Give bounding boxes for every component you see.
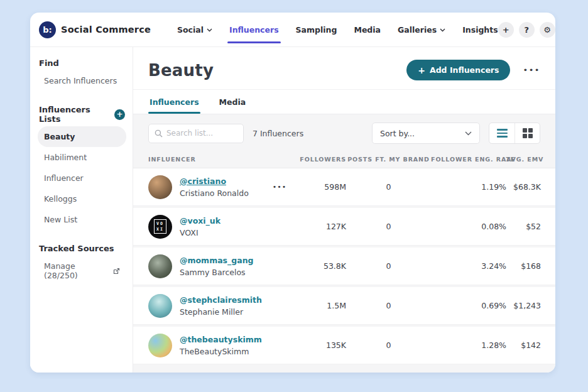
nav-item-social[interactable]: Social [177,13,212,46]
view-toggle [489,122,540,144]
influencer-avatar[interactable] [148,334,172,357]
nav-label: Sampling [296,25,337,35]
tab-influencers[interactable]: Influencers [148,90,200,114]
grid-view-button[interactable] [514,123,540,143]
list-tabs: Influencers Media [133,90,555,114]
table-row[interactable]: @cristiano Cristiano Ronaldo ••• 598M 0 … [133,168,555,206]
voxi-logo: VOXI [154,219,166,234]
sidebar-item-label: New List [44,215,77,224]
posts-value: 0 [346,340,431,350]
influencer-handle-link[interactable]: @mommas_gang [180,256,254,265]
nav-label: Influencers [229,25,279,35]
followers-value: 1.5M [290,301,346,310]
sidebar-item-search-influencers[interactable]: Search Influencers [38,70,126,91]
plus-icon: + [418,66,425,75]
eng-rate-value: 1.19% [431,182,506,192]
sidebar-item-kelloggs[interactable]: Kelloggs [38,188,126,209]
nav-item-influencers[interactable]: Influencers [229,13,279,46]
list-view-button[interactable] [489,123,514,143]
posts-value: 0 [346,301,431,310]
influencer-name: Sammy Barcelos [180,268,254,277]
grid-view-icon [523,128,533,138]
more-options-icon[interactable]: ••• [523,65,540,75]
chevron-down-icon [207,28,212,32]
emv-value: $168 [506,261,541,271]
influencer-text: @voxi_uk VOXI [180,216,220,237]
nav-item-sampling[interactable]: Sampling [296,13,337,46]
influencer-handle-link[interactable]: @thebeautyskimm [180,335,262,344]
emv-value: $52 [506,222,541,231]
sidebar-item-label: Search Influencers [44,76,117,85]
influencer-name: TheBeautySkimm [180,347,262,356]
page-title: Beauty [148,61,214,80]
chevron-down-icon [440,28,445,32]
influencer-count: 7 Influencers [253,129,303,138]
sidebar-section-find: Find Search Influencers [38,58,126,91]
eng-rate-value: 3.24% [431,261,506,271]
add-list-icon[interactable]: + [114,109,125,120]
posts-value: 0 [346,182,431,192]
row-menu-icon[interactable]: ••• [273,183,286,191]
column-header-posts[interactable]: POSTS FT. MY BRAND [346,156,431,163]
sidebar-item-label: Beauty [44,132,75,141]
search-list-input[interactable] [166,129,237,138]
nav-label: Galleries [398,25,437,35]
search-list-box[interactable] [148,124,244,143]
table-row[interactable]: @stephclairesmith Stephanie Miller 1.5M … [133,287,555,325]
eng-rate-value: 1.28% [431,340,506,350]
emv-value: $68.3K [506,182,541,192]
header-actions: + Add Influencers ••• [406,60,540,80]
influencer-table: @cristiano Cristiano Ronaldo ••• 598M 0 … [133,168,555,373]
table-row[interactable]: @mommas_gang Sammy Barcelos 53.8K 0 3.24… [133,248,555,285]
influencer-text: @cristiano Cristiano Ronaldo [180,177,249,198]
gear-icon[interactable]: ⚙ [540,22,555,38]
add-icon[interactable]: + [498,22,514,38]
sidebar-item-label: Kelloggs [44,194,77,204]
list-view-icon [497,129,508,138]
list-header: Beauty + Add Influencers ••• [133,47,555,90]
influencer-avatar[interactable]: VOXI [148,215,172,239]
brand-logo-icon: b: [39,21,56,38]
sidebar-item-manage-sources[interactable]: Manage (28/250) [38,256,126,286]
external-link-icon [113,268,120,275]
nav-item-media[interactable]: Media [354,13,381,46]
sidebar-item-habiliment[interactable]: Habiliment [38,147,126,168]
sidebar-item-new-list[interactable]: New List [38,209,126,230]
column-header-followers[interactable]: FOLLOWERS [290,156,346,163]
add-influencers-button[interactable]: + Add Influencers [406,60,510,80]
sidebar-item-influencer[interactable]: Influencer [38,168,126,188]
add-influencers-label: Add Influencers [430,65,499,75]
chevron-down-icon [465,131,472,136]
table-row[interactable]: @thebeautyskimm TheBeautySkimm 135K 0 1.… [133,327,555,364]
influencer-avatar[interactable] [148,294,172,318]
influencer-handle-link[interactable]: @cristiano [180,177,249,186]
influencer-handle-link[interactable]: @stephclairesmith [180,295,262,305]
sort-by-select[interactable]: Sort by... [372,122,480,144]
influencer-cell: @stephclairesmith Stephanie Miller [148,294,290,318]
nav-item-galleries[interactable]: Galleries [398,13,445,46]
influencer-text: @mommas_gang Sammy Barcelos [180,256,254,277]
influencer-avatar[interactable] [148,175,172,199]
top-icon-buttons: + ? ⚙ AF Curalate Walkthrou Demo-Habilim… [498,20,555,40]
table-row[interactable]: VOXI @voxi_uk VOXI 127K 0 0.08% $52 [133,208,555,246]
sidebar-section-title: Influencers Lists + [38,105,126,126]
tab-media[interactable]: Media [218,90,248,114]
column-header-avg-emv[interactable]: AVG. EMV [506,156,541,163]
sidebar-item-beauty[interactable]: Beauty [38,126,126,147]
help-icon[interactable]: ? [519,22,535,38]
sidebar-item-label: Manage (28/250) [44,261,108,280]
nav-label: Social [177,25,204,35]
column-header-eng-rate[interactable]: FOLLOWER ENG. RATE [431,156,506,163]
nav-item-insights[interactable]: Insights [462,13,498,46]
followers-value: 53.8K [290,261,346,271]
influencer-cell: @mommas_gang Sammy Barcelos [148,254,290,278]
influencer-avatar[interactable] [148,254,172,278]
influencer-handle-link[interactable]: @voxi_uk [180,216,220,226]
brand: b: Social Commerce [39,21,162,38]
primary-nav: Social Influencers Sampling Media Galler… [177,13,498,46]
emv-value: $142 [506,340,541,350]
column-header-influencer[interactable]: INFLUENCER [148,156,290,163]
influencer-name: Cristiano Ronaldo [180,188,249,198]
influencer-cell: @cristiano Cristiano Ronaldo ••• [148,175,290,199]
sidebar-item-label: Influencer [44,173,84,183]
